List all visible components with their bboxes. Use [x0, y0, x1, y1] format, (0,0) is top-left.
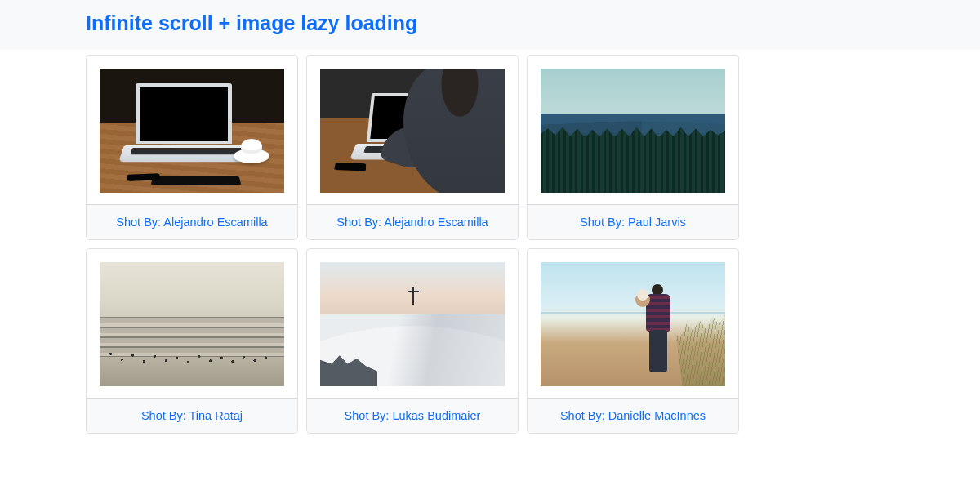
author-name: Paul Jarvis [628, 216, 686, 229]
author-link[interactable]: Shot By: Paul Jarvis [580, 216, 686, 229]
card-footer: Shot By: Alejandro Escamilla [307, 204, 518, 239]
card-footer: Shot By: Paul Jarvis [528, 204, 738, 239]
author-name: Danielle MacInnes [608, 409, 706, 422]
caption-prefix: Shot By: [141, 409, 189, 422]
author-name: Alejandro Escamilla [163, 216, 267, 229]
author-link[interactable]: Shot By: Alejandro Escamilla [116, 216, 267, 229]
image-wrap [87, 249, 297, 398]
image-wrap [528, 56, 738, 204]
image-card: Shot By: Tina Rataj [86, 248, 298, 434]
author-link[interactable]: Shot By: Danielle MacInnes [560, 409, 706, 422]
author-link[interactable]: Shot By: Tina Rataj [141, 409, 243, 422]
page-title: Infinite scroll + image lazy loading [86, 11, 821, 35]
card-footer: Shot By: Alejandro Escamilla [87, 204, 297, 239]
image-wrap [307, 56, 518, 204]
caption-prefix: Shot By: [345, 409, 393, 422]
caption-prefix: Shot By: [336, 216, 384, 229]
image-card: Shot By: Alejandro Escamilla [86, 55, 298, 240]
photo-laptop-on-table[interactable] [100, 69, 284, 193]
header-band: Infinite scroll + image lazy loading [0, 0, 980, 50]
card-footer: Shot By: Tina Rataj [87, 398, 297, 433]
image-wrap [87, 56, 297, 204]
image-grid: Shot By: Alejandro Escamilla Shot By: Al… [86, 55, 980, 434]
image-wrap [307, 249, 518, 398]
card-footer: Shot By: Danielle MacInnes [528, 398, 738, 433]
card-footer: Shot By: Lukas Budimaier [307, 398, 518, 433]
photo-person-typing-laptop[interactable] [320, 69, 505, 193]
author-link[interactable]: Shot By: Lukas Budimaier [345, 409, 481, 422]
photo-snowy-hill-cross[interactable] [320, 262, 505, 386]
image-card: Shot By: Alejandro Escamilla [306, 55, 519, 240]
author-link[interactable]: Shot By: Alejandro Escamilla [336, 216, 488, 229]
photo-crowded-beach-sepia[interactable] [100, 262, 284, 386]
caption-prefix: Shot By: [116, 216, 163, 229]
author-name: Alejandro Escamilla [384, 216, 488, 229]
image-card: Shot By: Danielle MacInnes [527, 248, 739, 434]
image-card: Shot By: Paul Jarvis [527, 55, 739, 240]
caption-prefix: Shot By: [580, 216, 628, 229]
caption-prefix: Shot By: [560, 409, 608, 422]
photo-forest-mountains[interactable] [541, 69, 725, 193]
author-name: Lukas Budimaier [392, 409, 480, 422]
photo-man-with-child-beach[interactable] [541, 262, 725, 386]
image-wrap [528, 249, 738, 398]
image-card: Shot By: Lukas Budimaier [306, 248, 519, 434]
author-name: Tina Rataj [189, 409, 243, 422]
